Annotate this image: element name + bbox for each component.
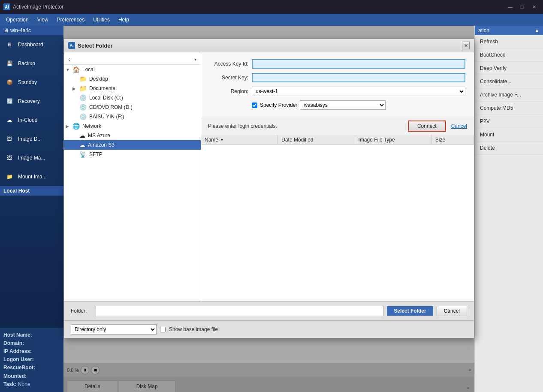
access-key-input[interactable] [252, 59, 465, 69]
host-icon: 🖥 [3, 27, 9, 33]
image-icon: 🖼 [3, 133, 15, 145]
tree-label-baisu: BAISU YIN (F:) [89, 114, 124, 120]
sidebar-label-mountima: Mount Ima... [18, 174, 47, 180]
cancel-footer-button[interactable]: Cancel [437, 306, 467, 316]
tree-item-cdrom[interactable]: 💿 CD/DVD ROM (D:) [64, 103, 201, 112]
file-list-header: Name ▼ Date Modified Image File Type [201, 135, 474, 145]
right-panel-deepverify[interactable]: Deep Verify [475, 62, 543, 75]
modal-close-button[interactable]: ✕ [462, 42, 470, 49]
logon-label: Logon User: [3, 356, 34, 362]
main-layout: 🖥 win-4a4c 🖥 Dashboard 💾 Backup 📦 Standb… [0, 26, 543, 392]
show-base-checkbox[interactable] [160, 327, 166, 332]
sidebar-item-incloud[interactable]: ☁ In-Cloud [0, 111, 63, 130]
region-select[interactable]: us-west-1 us-east-1 us-east-2 eu-west-1 [252, 87, 465, 96]
menu-view[interactable]: View [33, 15, 53, 24]
ip-label: IP Address: [3, 348, 32, 354]
tree-dropdown-button[interactable]: ▾ [192, 56, 199, 63]
tree-label-documents: Documents [89, 85, 115, 91]
right-panel-archive[interactable]: Archive Image F... [475, 88, 543, 102]
local-host-label: Local Host [3, 188, 30, 194]
menu-utilities[interactable]: Utilities [89, 15, 114, 24]
right-panel-header-label: ation [478, 27, 489, 33]
select-folder-button[interactable]: Select Folder [387, 306, 433, 316]
right-panel-bootcheck[interactable]: BootCheck [475, 48, 543, 62]
modal-overlay: Ai Select Folder ✕ ‹ ▾ ▼ [63, 26, 474, 392]
sidebar-item-backup[interactable]: 💾 Backup [0, 54, 63, 73]
tree-item-desktop[interactable]: 📁 Desktop [64, 74, 201, 84]
maximize-button[interactable]: □ [516, 3, 528, 11]
close-button[interactable]: ✕ [528, 3, 540, 11]
window-controls: — □ ✕ [504, 3, 540, 11]
col-name-sort-icon[interactable]: ▼ [220, 138, 224, 142]
tree-item-network[interactable]: ▶ 🌐 Network [64, 121, 201, 131]
sidebar-label-recovery: Recovery [18, 98, 40, 104]
filter-select[interactable]: Directory only All files Image files [71, 324, 157, 335]
tree-item-sftp[interactable]: 📡 SFTP [64, 150, 201, 159]
secret-key-label: Secret Key: [210, 75, 248, 81]
tree-item-azure[interactable]: ☁ MS Azure [64, 131, 201, 140]
sidebar-label-incloud: In-Cloud [18, 117, 37, 123]
col-name-label: Name [205, 137, 218, 143]
col-type-label: Image File Type [359, 137, 395, 143]
sidebar-item-imagema[interactable]: 🖼 Image Ma... [0, 148, 63, 167]
tree-item-local[interactable]: ▼ 🏠 Local [64, 65, 201, 74]
connect-button[interactable]: Connect [408, 121, 446, 132]
mountima-icon: 📁 [3, 171, 15, 183]
menu-preferences[interactable]: Preferences [53, 15, 89, 24]
right-panel-p2v[interactable]: P2V [475, 115, 543, 128]
minimize-button[interactable]: — [504, 3, 516, 11]
documents-folder-icon: 📁 [79, 85, 87, 92]
credentials-section: Access Key Id: Secret Key: Region: us-w [201, 52, 474, 117]
sidebar-item-mountima[interactable]: 📁 Mount Ima... [0, 167, 63, 186]
tree-nav-bar: ‹ ▾ [64, 54, 201, 65]
tree-label-amazon: Amazon S3 [88, 142, 115, 148]
access-key-label: Access Key Id: [210, 61, 248, 67]
right-panel-delete[interactable]: Delete [475, 142, 543, 155]
right-panel-refresh[interactable]: Refresh [475, 35, 543, 48]
baisu-icon: 💿 [79, 113, 87, 120]
menu-help[interactable]: Help [114, 15, 133, 24]
modal-title-bar: Ai Select Folder ✕ [64, 39, 474, 52]
right-panel-sort-icon: ▲ [534, 27, 540, 33]
sidebar-label-dashboard: Dashboard [18, 42, 43, 48]
menu-operation[interactable]: Operation [2, 15, 33, 24]
provider-select[interactable]: wasabisys amazonaws.com [300, 100, 386, 110]
standby-icon: 📦 [3, 76, 15, 88]
incloud-icon: ☁ [3, 114, 15, 126]
right-panel-computemd5[interactable]: Compute MD5 [475, 102, 543, 115]
modal-title: Select Folder [78, 42, 459, 49]
sidebar-item-dashboard[interactable]: 🖥 Dashboard [0, 35, 63, 54]
right-panel-consolidate[interactable]: Consolidate... [475, 75, 543, 88]
file-list: Name ▼ Date Modified Image File Type [201, 135, 474, 301]
host-label: win-4a4c [10, 27, 31, 33]
secret-key-input[interactable] [252, 73, 465, 82]
modal-footer-filter: Directory only All files Image files Sho… [64, 320, 474, 338]
specify-provider-checkbox[interactable] [252, 103, 257, 108]
sidebar-item-image[interactable]: 🖼 Image D... [0, 130, 63, 148]
col-size-label: Size [435, 137, 445, 143]
task-value: None [18, 381, 30, 387]
col-header-type: Image File Type [355, 135, 432, 145]
folder-label: Folder: [71, 308, 92, 314]
local-disk-icon: 💿 [79, 94, 87, 101]
right-panel-mount[interactable]: Mount [475, 128, 543, 142]
modal-logo: Ai [68, 42, 75, 49]
sidebar-item-recovery[interactable]: 🔄 Recovery [0, 92, 63, 111]
mounted-label: Mounted: [3, 373, 27, 379]
right-panel-header: ation ▲ [475, 26, 543, 35]
tree-label-desktop: Desktop [89, 76, 108, 82]
tree-item-documents[interactable]: ▶ 📁 Documents [64, 84, 201, 93]
tree-item-local-disk[interactable]: 💿 Local Disk (C:) [64, 93, 201, 103]
tree-label-azure: MS Azure [88, 133, 110, 139]
folder-input[interactable] [96, 306, 383, 316]
file-list-body [201, 145, 474, 265]
sidebar-label-imagema: Image Ma... [18, 155, 45, 161]
tree-item-amazon[interactable]: ☁ Amazon S3 [64, 140, 201, 150]
status-text: Please enter login credentials. [208, 123, 277, 129]
access-key-row: Access Key Id: [210, 59, 465, 69]
cancel-credentials-button[interactable]: Cancel [451, 123, 467, 129]
sidebar-item-standby[interactable]: 📦 Standby [0, 73, 63, 92]
tree-item-baisu[interactable]: 💿 BAISU YIN (F:) [64, 112, 201, 121]
tree-back-button[interactable]: ‹ [66, 55, 73, 63]
tree-label-local: Local [82, 66, 95, 72]
